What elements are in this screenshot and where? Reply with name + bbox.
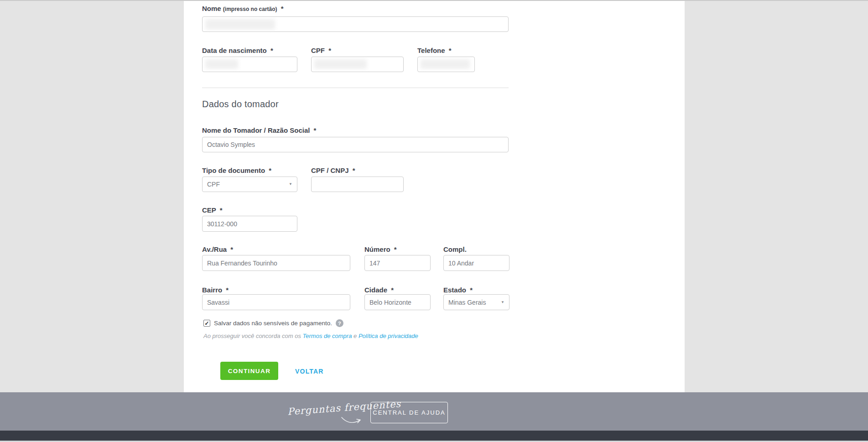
required-marker: * (328, 47, 331, 54)
required-marker: * (391, 286, 394, 294)
document-type-label: Tipo de documento * (202, 166, 271, 174)
section-divider (202, 88, 509, 88)
holder-name-input[interactable] (202, 137, 509, 152)
complement-input[interactable] (443, 255, 509, 271)
holder-name-label: Nome do Tomador / Razão Social * (202, 126, 316, 134)
required-marker: * (270, 47, 273, 54)
redacted-value (205, 59, 238, 69)
help-icon[interactable]: ? (336, 319, 343, 327)
redacted-value (421, 59, 470, 69)
state-value: Minas Gerais (448, 299, 486, 306)
save-data-label: Salvar dados não sensíveis de pagamento. (214, 320, 332, 327)
required-marker: * (281, 5, 284, 12)
consent-row: ✓ Salvar dados não sensíveis de pagament… (203, 319, 343, 327)
footer-dark-bar (0, 431, 868, 441)
required-marker: * (314, 126, 317, 134)
city-label: Cidade * (364, 286, 394, 294)
privacy-link[interactable]: Política de privacidade (359, 333, 418, 339)
required-marker: * (470, 286, 473, 294)
card-name-label: Nome (impresso no cartão) * (202, 5, 284, 12)
chevron-down-icon: ▼ (289, 182, 292, 186)
required-marker: * (353, 166, 355, 174)
terms-text: Ao prosseguir você concorda com os Termo… (203, 333, 418, 339)
back-link[interactable]: VOLTAR (295, 368, 324, 375)
cep-label: CEP * (202, 206, 223, 214)
save-data-checkbox[interactable]: ✓ (203, 320, 210, 327)
city-input[interactable] (364, 294, 431, 310)
state-label: Estado * (443, 286, 473, 294)
cpf-cnpj-label: CPF / CNPJ * (311, 166, 355, 174)
section-title: Dados do tomador (202, 99, 279, 109)
number-label: Número * (364, 245, 397, 253)
phone-label: Telefone * (417, 47, 452, 54)
street-input[interactable] (202, 255, 350, 271)
terms-link[interactable]: Termos de compra (303, 333, 352, 339)
district-input[interactable] (202, 294, 350, 310)
continue-button[interactable]: CONTINUAR (220, 362, 278, 380)
footer: Perguntas frequentes CENTRAL DE AJUDA (0, 392, 868, 431)
complement-label: Compl. (443, 245, 467, 253)
chevron-down-icon: ▼ (501, 301, 504, 304)
required-marker: * (449, 47, 452, 54)
state-select[interactable]: Minas Gerais ▼ (443, 294, 509, 310)
help-center-button[interactable]: CENTRAL DE AJUDA (370, 402, 448, 423)
redacted-value (314, 59, 367, 69)
street-label: Av./Rua * (202, 245, 233, 253)
cpf-cnpj-input[interactable] (311, 177, 404, 192)
required-marker: * (226, 286, 229, 294)
redacted-value (205, 19, 275, 30)
checkout-page: Nome (impresso no cartão) * Data de nasc… (0, 0, 868, 442)
document-type-select[interactable]: CPF ▼ (202, 177, 297, 192)
document-type-value: CPF (207, 181, 220, 188)
required-marker: * (230, 245, 233, 253)
required-marker: * (269, 166, 271, 174)
number-input[interactable] (364, 255, 431, 271)
faq-arrow-icon (340, 416, 364, 426)
cep-input[interactable] (202, 216, 297, 232)
check-icon: ✓ (204, 321, 209, 326)
cpf-label: CPF * (311, 47, 331, 54)
district-label: Bairro * (202, 286, 229, 294)
checkout-panel: Nome (impresso no cartão) * Data de nasc… (184, 1, 685, 392)
birth-date-label: Data de nascimento * (202, 47, 273, 54)
required-marker: * (394, 245, 397, 253)
required-marker: * (220, 206, 223, 214)
